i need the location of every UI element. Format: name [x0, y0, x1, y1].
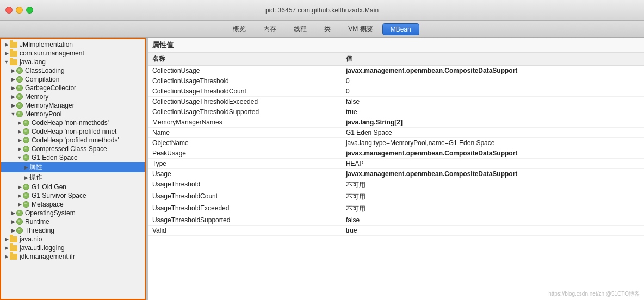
table-row[interactable]: UsageThresholdCount不可用 [148, 191, 644, 203]
tree-item-mempool[interactable]: MemoryPool [1, 110, 145, 118]
attr-value: false [342, 97, 644, 107]
attr-name: CollectionUsage [148, 66, 342, 76]
attr-name: UsageThresholdCount [148, 191, 342, 203]
table-row[interactable]: MemoryManagerNamesjava.lang.String[2] [148, 117, 644, 128]
main-content: JMImplementation com.sun.management java… [0, 38, 644, 300]
arrow-codeheap-prof [16, 137, 23, 143]
minimize-button[interactable] [16, 7, 23, 14]
tree-item-compilation[interactable]: Compilation [1, 75, 145, 84]
arrow-os [10, 210, 16, 216]
maximize-button[interactable] [26, 7, 33, 14]
arrow-g1eden-attr [23, 164, 29, 171]
table-row[interactable]: CollectionUsageThresholdCount0 [148, 86, 644, 97]
tree-item-java-util-logging[interactable]: java.util.logging [1, 243, 145, 252]
arrow-g1old [16, 184, 23, 190]
col-value-header: 值 [342, 53, 644, 66]
table-row[interactable]: UsageThresholdExceeded不可用 [148, 203, 644, 215]
tree-item-codeheap-nonprof[interactable]: CodeHeap 'non-profiled nmet [1, 127, 145, 136]
tab-overview[interactable]: 概览 [225, 22, 254, 36]
tree-item-com-sun[interactable]: com.sun.management [1, 49, 145, 58]
label-compressed: Compressed Class Space [32, 145, 107, 153]
bean-icon-g1eden [23, 154, 29, 161]
label-com-sun: com.sun.management [20, 49, 84, 57]
arrow-jmimpl [3, 41, 10, 48]
tree-item-jmimpl[interactable]: JMImplementation [1, 40, 145, 49]
arrow-compressed [16, 146, 23, 152]
tree-item-metaspace[interactable]: Metaspace [1, 200, 145, 209]
tree-item-jdk-management[interactable]: jdk.management.ifr [1, 252, 145, 261]
bean-icon-memmanager [16, 102, 23, 109]
close-button[interactable] [5, 7, 13, 14]
table-row[interactable]: CollectionUsageThreshold0 [148, 76, 644, 86]
table-row[interactable]: PeakUsagejavax.management.openmbean.Comp… [148, 148, 644, 159]
label-g1eden-attr: 属性 [29, 162, 42, 172]
bean-icon-threading [16, 227, 23, 234]
tree-item-g1survivor[interactable]: G1 Survivor Space [1, 191, 145, 200]
arrow-mempool [10, 111, 16, 117]
label-codeheap-non: CodeHeap 'non-nmethods' [32, 119, 109, 127]
tab-memory[interactable]: 内存 [255, 22, 284, 36]
arrow-compilation [10, 76, 16, 83]
folder-icon-com-sun [10, 51, 17, 57]
tab-vm-summary[interactable]: VM 概要 [340, 22, 381, 36]
attr-value: java.lang:type=MemoryPool,name=G1 Eden S… [342, 138, 644, 148]
attr-name: UsageThresholdSupported [148, 215, 342, 226]
attr-value: HEAP [342, 159, 644, 169]
tab-classes[interactable]: 类 [316, 22, 339, 36]
bean-icon-g1old [23, 184, 29, 190]
tree-panel: JMImplementation com.sun.management java… [0, 38, 146, 300]
tree-item-memmanager[interactable]: MemoryManager [1, 101, 145, 110]
tree-item-g1eden[interactable]: G1 Eden Space [1, 153, 145, 162]
arrow-codeheap-non [16, 120, 23, 126]
tree-item-gc[interactable]: GarbageCollector [1, 84, 145, 92]
tree-item-g1eden-attr[interactable]: 属性 [1, 162, 145, 172]
tree-item-threading[interactable]: Threading [1, 226, 145, 235]
table-row[interactable]: ObjectNamejava.lang:type=MemoryPool,name… [148, 138, 644, 148]
attr-value: 不可用 [342, 179, 644, 191]
tree-item-compressed[interactable]: Compressed Class Space [1, 145, 145, 153]
table-row[interactable]: CollectionUsageThresholdSupportedtrue [148, 107, 644, 117]
tree-item-runtime[interactable]: Runtime [1, 217, 145, 226]
tree-item-os[interactable]: OperatingSystem [1, 209, 145, 217]
label-metaspace: Metaspace [32, 201, 64, 208]
label-g1old: G1 Old Gen [32, 183, 66, 191]
arrow-java-util-logging [3, 245, 10, 251]
tab-threads[interactable]: 线程 [286, 22, 315, 36]
tree-item-java-lang[interactable]: java.lang [1, 58, 145, 66]
tree-item-g1old[interactable]: G1 Old Gen [1, 183, 145, 191]
label-gc: GarbageCollector [25, 84, 76, 92]
attr-name: Name [148, 128, 342, 138]
table-row[interactable]: UsageThreshold不可用 [148, 179, 644, 191]
attr-value: javax.management.openmbean.CompositeData… [342, 169, 644, 179]
label-threading: Threading [25, 227, 54, 234]
arrow-codeheap-nonprof [16, 128, 23, 135]
table-row[interactable]: CollectionUsageThresholdExceededfalse [148, 97, 644, 107]
attr-name: Usage [148, 169, 342, 179]
attr-value: javax.management.openmbean.CompositeData… [342, 148, 644, 159]
tree-item-memory[interactable]: Memory [1, 92, 145, 101]
label-jmimpl: JMImplementation [20, 41, 73, 48]
label-g1eden: G1 Eden Space [32, 154, 78, 161]
attr-name: UsageThresholdExceeded [148, 203, 342, 215]
titlebar: pid: 36457 com.github.kelthuzadx.Main [0, 0, 644, 21]
tree-item-java-nio[interactable]: java.nio [1, 235, 145, 243]
tab-mbean[interactable]: MBean [382, 23, 419, 35]
attr-name: Type [148, 159, 342, 169]
attr-name: Valid [148, 226, 342, 236]
table-row[interactable]: Usagejavax.management.openmbean.Composit… [148, 169, 644, 179]
table-row[interactable]: Validtrue [148, 226, 644, 236]
attr-name: CollectionUsageThreshold [148, 76, 342, 86]
table-row[interactable]: TypeHEAP [148, 159, 644, 169]
tree-item-classloading[interactable]: ClassLoading [1, 66, 145, 75]
tree-item-codeheap-non[interactable]: CodeHeap 'non-nmethods' [1, 118, 145, 127]
col-name-header: 名称 [148, 53, 342, 66]
table-row[interactable]: UsageThresholdSupportedfalse [148, 215, 644, 226]
arrow-java-nio [3, 236, 10, 242]
label-java-nio: java.nio [20, 235, 42, 243]
tree-item-g1eden-ops[interactable]: 操作 [1, 172, 145, 183]
arrow-threading [10, 227, 16, 234]
tree-item-codeheap-prof[interactable]: CodeHeap 'profiled nmethods' [1, 136, 145, 145]
label-runtime: Runtime [25, 218, 49, 226]
table-row[interactable]: CollectionUsagejavax.management.openmbea… [148, 66, 644, 76]
table-row[interactable]: NameG1 Eden Space [148, 128, 644, 138]
